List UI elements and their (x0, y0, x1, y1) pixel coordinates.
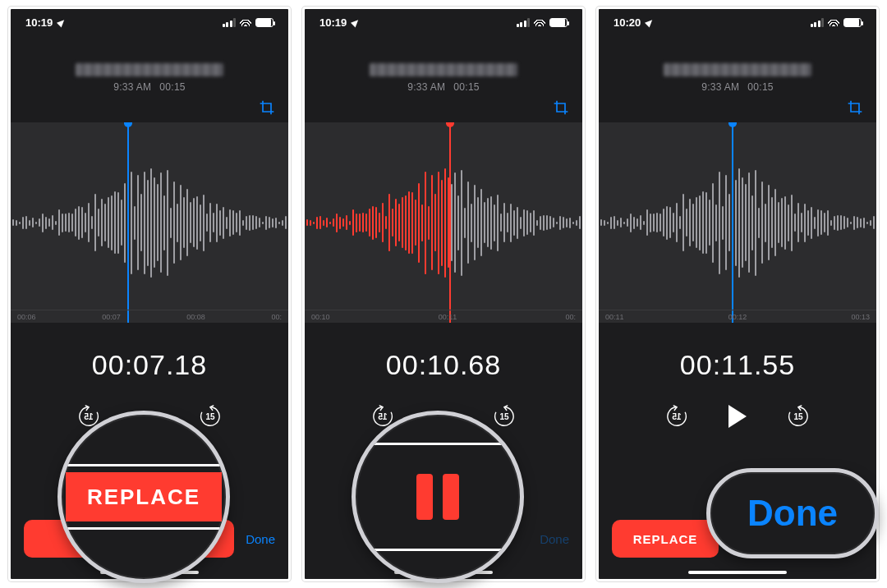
status-bar: 10:20 (599, 9, 876, 35)
waveform-area[interactable]: 00:1100:1200:13 (599, 122, 876, 323)
ruler-tick: 00:12 (728, 310, 747, 321)
battery-icon (843, 18, 862, 27)
current-time: 00:07.18 (11, 349, 288, 381)
skip-fwd-15-button[interactable]: 15 (492, 404, 517, 429)
skip-fwd-15-button[interactable]: 15 (198, 404, 223, 429)
ruler-tick: 00:06 (17, 310, 36, 321)
status-time: 10:20 (614, 16, 641, 29)
status-time: 10:19 (319, 16, 347, 29)
replace-button[interactable]: REPLACE (612, 520, 719, 558)
pause-button-zoom (416, 474, 459, 520)
wifi-icon (534, 18, 545, 26)
playhead[interactable] (127, 122, 129, 323)
recording-title-redacted (370, 63, 517, 76)
location-icon (351, 17, 361, 27)
recording-time: 9:33 AM (701, 81, 739, 93)
status-time: 10:19 (25, 16, 53, 29)
skip-amount: 15 (664, 404, 689, 429)
ruler-tick: 00:07 (102, 310, 121, 321)
status-bar: 10:19 (11, 9, 288, 35)
recording-title-redacted (76, 63, 223, 76)
waveform-area[interactable]: 00:0600:0700:0800: (11, 122, 288, 323)
playhead[interactable] (732, 122, 733, 323)
recording-title-redacted (664, 63, 811, 76)
time-ruler: 00:1000:1100: (305, 310, 582, 321)
skip-back-15-button[interactable]: 15 (664, 404, 689, 429)
crop-icon[interactable] (553, 99, 569, 119)
waveform (305, 157, 582, 288)
cellular-icon (223, 18, 237, 27)
waveform (11, 157, 288, 288)
done-button[interactable]: Done (246, 532, 275, 546)
transport-controls: 15 15 (599, 404, 876, 429)
location-icon (645, 17, 655, 27)
current-time: 00:11.55 (599, 349, 876, 381)
status-bar: 10:19 (305, 9, 582, 35)
ruler-tick: 00: (271, 310, 282, 321)
skip-fwd-15-button[interactable]: 15 (786, 404, 811, 429)
ruler-tick: 00:11 (605, 310, 624, 321)
ruler-tick: 00:10 (311, 310, 330, 321)
ruler-tick: 00:08 (186, 310, 205, 321)
waveform-area[interactable]: 00:1000:1100: (305, 122, 582, 323)
recording-header: 9:33 AM 00:15 (11, 35, 288, 98)
time-ruler: 00:1100:1200:13 (599, 310, 876, 321)
done-button-zoom: Done (747, 493, 838, 534)
play-button[interactable] (728, 405, 747, 428)
battery-icon (549, 18, 568, 27)
magnifier-replace: REPLACE (57, 411, 230, 583)
done-button: Done (540, 532, 569, 546)
home-indicator[interactable] (688, 571, 787, 574)
battery-icon (255, 18, 273, 27)
ruler-tick: 00:11 (439, 310, 457, 321)
waveform (599, 157, 876, 288)
recording-duration: 00:15 (453, 81, 480, 93)
recording-header: 9:33 AM 00:15 (599, 35, 876, 98)
skip-amount: 15 (198, 404, 223, 429)
time-ruler: 00:0600:0700:0800: (11, 310, 288, 321)
magnifier-done: Done (706, 468, 879, 558)
skip-amount: 15 (786, 404, 811, 429)
ruler-tick: 00:13 (851, 310, 870, 321)
replace-button-zoom: REPLACE (66, 472, 222, 521)
cellular-icon (517, 18, 531, 27)
playhead[interactable] (449, 122, 451, 323)
cellular-icon (811, 18, 825, 27)
crop-icon[interactable] (259, 99, 275, 119)
recording-time: 9:33 AM (113, 81, 151, 93)
ruler-tick: 00: (565, 310, 576, 321)
recording-duration: 00:15 (747, 81, 774, 93)
crop-icon[interactable] (847, 99, 863, 119)
location-icon (57, 17, 67, 27)
magnifier-pause (352, 411, 524, 583)
wifi-icon (828, 18, 839, 26)
recording-header: 9:33 AM 00:15 (305, 35, 582, 98)
wifi-icon (240, 18, 251, 26)
recording-duration: 00:15 (159, 81, 186, 93)
recording-time: 9:33 AM (407, 81, 445, 93)
skip-amount: 15 (492, 404, 517, 429)
current-time: 00:10.68 (305, 349, 582, 381)
